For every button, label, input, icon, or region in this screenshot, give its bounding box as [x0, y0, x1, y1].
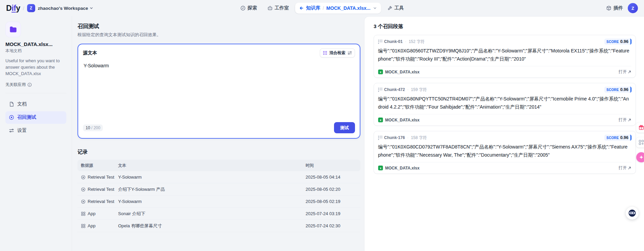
svg-text:x: x [380, 166, 381, 170]
query-card: 源文本 混合检索 Y-Solowarm 10 / 200 测试 [77, 44, 360, 139]
dataset-description: Useful for when you want to answer queri… [5, 58, 66, 77]
logo-letter: if [12, 4, 16, 13]
nav-knowledge-active[interactable]: 知识库 / MOCK_DATA.xlsx... [295, 3, 381, 14]
dify-mascot-icon [628, 209, 636, 217]
dataset-type: 本地文档 [5, 48, 66, 54]
open-label: 打开 [619, 165, 627, 171]
app-grid-icon [81, 224, 86, 228]
source-text-label: 源文本 [83, 50, 97, 56]
record-time: 2025-08-05 02:20 [306, 187, 360, 192]
user-avatar[interactable]: Z [628, 3, 638, 13]
chunk-char-count: 158 字符 [411, 135, 427, 141]
table-row[interactable]: Retrieval Test Y-Solowarm 2025-08-05 04:… [77, 171, 360, 183]
dot-separator: · [407, 87, 408, 92]
plugins-label: 插件 [614, 5, 623, 11]
dot-separator: · [405, 39, 406, 44]
hammer-icon [387, 5, 393, 11]
promo-button[interactable] [636, 152, 644, 162]
workspace-name: zhaochao's Workspace [38, 6, 88, 11]
edge-widgets [636, 122, 644, 162]
target-icon [81, 199, 86, 204]
external-link-icon [628, 166, 631, 170]
breadcrumb-slash: / [23, 5, 24, 11]
workspace-avatar[interactable]: Z [27, 4, 35, 12]
top-header: Dify / Z zhaochao's Workspace 探索 工作室 知识库… [0, 0, 644, 16]
record-time: 2025-08-05 04:14 [306, 175, 360, 180]
chunk-id: Chunk-01 [384, 39, 403, 44]
chevron-down-icon [373, 6, 377, 10]
dify-logo[interactable]: Dify [6, 4, 20, 12]
logo-letter: D [6, 4, 12, 13]
target-icon [81, 187, 86, 192]
knowledge-sidebar: MOCK_DATA.xlsx... 本地文档 Useful for when y… [0, 16, 72, 251]
score-badge: SCORE 0.96 [604, 135, 631, 141]
arrow-left-icon [299, 6, 304, 10]
chunk-card[interactable]: Chunk-472 · 159 字符 SCORE 0.96 编号":"01K0X… [374, 83, 636, 126]
chunk-content: 编号":"01K0XG80NPQYTTC50N2TR4DM07";"产品名称":… [378, 95, 631, 111]
svg-text:x: x [380, 118, 381, 122]
score-value: 0.96 [620, 135, 628, 140]
test-button[interactable]: 测试 [334, 122, 355, 133]
open-label: 打开 [619, 69, 627, 75]
info-icon[interactable] [27, 83, 32, 87]
sidebar-item-retrieval-test[interactable]: 召回测试 [5, 111, 66, 124]
table-row[interactable]: Retrieval Test 介绍下Y-Solowarm 产品 2025-08-… [77, 183, 360, 196]
dot-separator: · [407, 135, 408, 140]
source-file-name: MOCK_DATA.xlsx [385, 70, 420, 74]
open-label: 打开 [619, 117, 627, 123]
logo-letter: y [16, 4, 20, 13]
dify-assistant-bubble[interactable] [626, 207, 639, 220]
record-source: Retrieval Test [88, 175, 114, 180]
records-table: 数据源 文本 时间 Retrieval Test Y-Solowarm 2025… [77, 160, 360, 232]
open-chunk-link[interactable]: 打开 [619, 117, 631, 123]
gift-button[interactable] [636, 122, 644, 133]
workspace-selector[interactable]: zhaochao's Workspace [38, 6, 94, 11]
sliders-icon [9, 128, 14, 133]
chunk-grid-icon [378, 40, 382, 44]
record-source: App [88, 223, 95, 228]
sidebar-item-settings[interactable]: 设置 [5, 124, 66, 137]
target-icon [81, 175, 86, 180]
search-mode-badge[interactable]: 混合检索 [320, 48, 355, 58]
source-file-name: MOCK_DATA.xlsx [385, 118, 420, 122]
records-section: 记录 数据源 文本 时间 Retrieval Test Y-Solowarm 2… [77, 149, 360, 232]
gift-icon [639, 125, 644, 130]
column-header-time: 时间 [306, 163, 360, 168]
table-row[interactable]: App Opela 有哪些屏幕尺寸 2025-07-24 02:30 [77, 220, 360, 232]
nav-explore[interactable]: 探索 [236, 3, 261, 14]
chunk-id: Chunk-176 [384, 135, 405, 140]
chunk-card[interactable]: Chunk-01 · 152 字符 SCORE 0.96 编号":"01K0XG… [374, 35, 636, 78]
open-chunk-link[interactable]: 打开 [619, 69, 631, 75]
explore-icon [240, 5, 245, 11]
nav-studio[interactable]: 工作室 [263, 3, 293, 14]
source-file-name: MOCK_DATA.xlsx [385, 166, 420, 170]
plugins-button[interactable]: 插件 [606, 5, 623, 11]
sidebar-item-documents[interactable]: 文档 [5, 98, 66, 111]
external-link-icon [628, 118, 631, 122]
record-source: Retrieval Test [88, 187, 114, 192]
grid-plus-icon [639, 140, 644, 145]
query-text-input[interactable]: Y-Solowarm [83, 62, 355, 122]
chunk-char-count: 159 字符 [411, 87, 427, 93]
table-row[interactable]: Retrieval Test Y-Solowarm 2025-08-05 02:… [77, 196, 360, 208]
retrieval-test-panel: 召回测试 根据给定的查询文本测试知识的召回效果。 源文本 混合检索 Y-Solo… [72, 16, 364, 251]
add-widget-button[interactable] [636, 137, 644, 147]
record-text: Opela 有哪些屏幕尺寸 [115, 223, 306, 229]
search-mode-label: 混合检索 [329, 50, 346, 56]
package-icon [606, 5, 612, 11]
char-counter: 10 / 200 [83, 124, 103, 131]
nav-tools[interactable]: 工具 [383, 3, 408, 14]
score-label: SCORE [606, 40, 619, 44]
nav-knowledge-label: 知识库 [306, 5, 320, 11]
table-row[interactable]: App Sonair 介绍下 2025-07-24 03:19 [77, 208, 360, 220]
external-link-icon [628, 70, 631, 74]
grid-dots-icon [323, 51, 327, 55]
column-header-source: 数据源 [77, 163, 115, 168]
record-text: Y-Solowarm [115, 175, 306, 180]
records-table-header: 数据源 文本 时间 [77, 160, 360, 171]
open-chunk-link[interactable]: 打开 [619, 165, 631, 171]
records-title: 记录 [77, 149, 360, 155]
chunk-card[interactable]: Chunk-176 · 158 字符 SCORE 0.96 编号":"01K0X… [374, 131, 636, 174]
robot-icon [267, 5, 272, 11]
nav-knowledge-doc: MOCK_DATA.xlsx... [326, 5, 370, 11]
